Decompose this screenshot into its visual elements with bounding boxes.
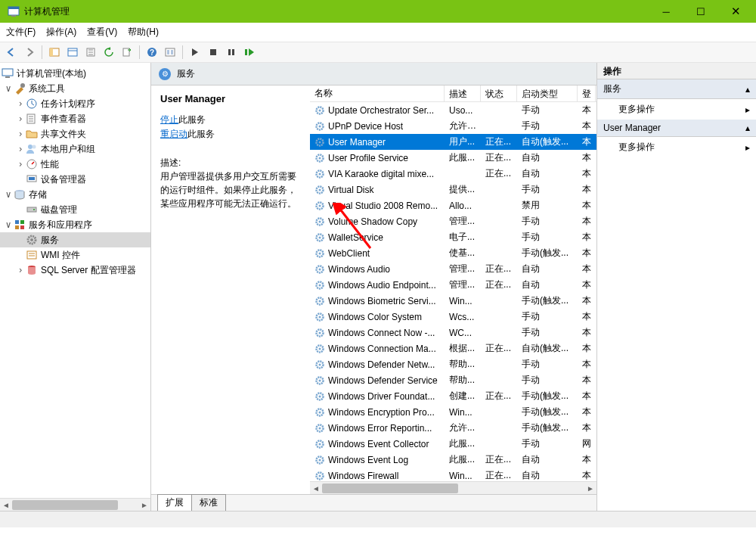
properties-button[interactable] (64, 44, 81, 61)
nav-devicemgr[interactable]: 设备管理器 (0, 172, 150, 187)
service-name: Windows Driver Foundat... (328, 391, 435, 402)
menu-view[interactable]: 查看(V) (87, 26, 117, 39)
actions-pane: 操作 服务▴ 更多操作▸ User Manager▴ 更多操作▸ (597, 63, 756, 511)
service-row[interactable]: Update Orchestrator Ser...Uso...手动本 (310, 102, 596, 118)
nav-diskmgmt[interactable]: 磁盘管理 (0, 202, 150, 217)
service-status: 正在... (481, 134, 517, 150)
restart-button[interactable] (241, 44, 258, 61)
nav-scrollbar[interactable]: ◄► (0, 498, 150, 511)
services-grid[interactable]: 名称 描述 状态 启动类型 登 Update Orchestrator Ser.… (310, 86, 596, 481)
nav-sqlcfg[interactable]: ›SQL Server 配置管理器 (0, 263, 150, 278)
svg-rect-37 (27, 251, 36, 259)
maximize-button[interactable]: ☐ (683, 0, 718, 23)
service-row[interactable]: Windows Audio管理...正在...自动本 (310, 261, 596, 277)
service-row[interactable]: WebClient使基...手动(触发...本 (310, 245, 596, 261)
back-button[interactable] (3, 44, 20, 61)
service-startup: 手动 (517, 325, 578, 340)
service-startup: 自动 (517, 261, 578, 277)
col-desc[interactable]: 描述 (445, 86, 481, 101)
service-row[interactable]: Visual Studio 2008 Remo...Allo...禁用本 (310, 197, 596, 213)
selected-service-name: User Manager (160, 93, 301, 104)
service-desc: 电子... (445, 229, 481, 245)
nav-taskscheduler[interactable]: ›任务计划程序 (0, 96, 150, 111)
service-row[interactable]: Virtual Disk提供...手动本 (310, 182, 596, 197)
desc-text: 用户管理器提供多用户交互所需要的运行时组件。如果停止此服务，某些应用程序可能无法… (160, 169, 301, 210)
collapse-icon: ▴ (745, 84, 750, 95)
tool-button[interactable] (162, 44, 178, 61)
menu-file[interactable]: 文件(F) (6, 26, 36, 39)
service-row[interactable]: VIA Karaoke digital mixe...正在...自动本 (310, 166, 596, 182)
log-icon (26, 113, 38, 125)
refresh-button[interactable] (101, 44, 117, 61)
nav-wmi[interactable]: WMI 控件 (0, 247, 150, 263)
service-desc: 使基... (445, 245, 481, 261)
export-button[interactable] (82, 44, 99, 61)
service-row[interactable]: Windows Color SystemWcs...手动本 (310, 309, 596, 325)
start-button[interactable] (187, 44, 203, 61)
service-row[interactable]: Windows Biometric Servi...Win...手动(触发...… (310, 293, 596, 309)
svg-point-76 (319, 395, 321, 397)
show-hide-button[interactable] (46, 44, 63, 61)
forward-button[interactable] (21, 44, 38, 61)
nav-root[interactable]: 计算机管理(本地) (0, 66, 150, 81)
grid-scrollbar[interactable]: ◄► (310, 481, 596, 494)
service-row[interactable]: Windows Driver Foundat...创建...正在...手动(触发… (310, 388, 596, 404)
minimize-button[interactable]: ─ (649, 0, 683, 23)
service-gear-icon (314, 201, 325, 211)
service-row[interactable]: Windows Error Reportin...允许...手动(触发...本 (310, 420, 596, 436)
service-row[interactable]: Windows Encryption Pro...Win...手动(触发...本 (310, 404, 596, 420)
export-list-button[interactable] (119, 44, 135, 61)
actions-header: 操作 (597, 63, 756, 79)
service-row[interactable]: Windows Event Log此服...正在...自动本 (310, 452, 596, 468)
col-name[interactable]: 名称 (310, 86, 445, 101)
restart-service-link[interactable]: 重启动 (160, 129, 187, 139)
nav-sharedfolders[interactable]: ›共享文件夹 (0, 126, 150, 141)
stop-service-link[interactable]: 停止 (160, 114, 178, 125)
service-logon: 本 (578, 356, 596, 372)
actions-more-2[interactable]: 更多操作▸ (597, 137, 756, 157)
grid-header[interactable]: 名称 描述 状态 启动类型 登 (310, 86, 596, 102)
service-row[interactable]: Windows Connection Ma...根据...正在...自动(触发.… (310, 340, 596, 356)
col-logon[interactable]: 登 (578, 86, 596, 101)
col-status[interactable]: 状态 (481, 86, 517, 101)
help-button[interactable]: ? (144, 44, 160, 61)
nav-systools[interactable]: ∨系统工具 (0, 81, 150, 96)
service-row[interactable]: Windows Audio Endpoint...管理...正在...自动本 (310, 277, 596, 293)
service-row[interactable]: Windows Defender Service帮助...手动本 (310, 372, 596, 388)
service-row[interactable]: Volume Shadow Copy管理...手动本 (310, 213, 596, 229)
close-button[interactable]: ✕ (718, 0, 753, 23)
service-row[interactable]: Windows Connect Now -...WC...手动本 (310, 325, 596, 340)
menu-action[interactable]: 操作(A) (46, 26, 76, 39)
actions-section-selected[interactable]: User Manager▴ (597, 120, 756, 137)
nav-eventviewer[interactable]: ›事件查看器 (0, 111, 150, 126)
nav-servicesapps[interactable]: ∨服务和应用程序 (0, 217, 150, 232)
stop-button[interactable] (205, 44, 222, 61)
actions-more-1[interactable]: 更多操作▸ (597, 99, 756, 120)
service-row[interactable]: User Manager用户...正在...自动(触发...本 (310, 134, 596, 150)
nav-performance[interactable]: ›性能 (0, 157, 150, 172)
pause-button[interactable] (223, 44, 240, 61)
nav-storage[interactable]: ∨存储 (0, 187, 150, 202)
tab-standard[interactable]: 标准 (191, 494, 226, 511)
actions-section-services[interactable]: 服务▴ (597, 79, 756, 99)
navigation-tree[interactable]: 计算机管理(本地) ∨系统工具 ›任务计划程序 ›事件查看器 ›共享文件夹 ›本… (0, 63, 151, 511)
service-row[interactable]: UPnP Device Host允许 ...手动本 (310, 118, 596, 134)
svg-point-78 (319, 411, 321, 413)
svg-point-56 (319, 236, 321, 238)
service-row[interactable]: Windows Defender Netw...帮助...手动本 (310, 356, 596, 372)
service-row[interactable]: Windows FirewallWin...正在...自动本 (310, 468, 596, 481)
col-startup[interactable]: 启动类型 (517, 86, 578, 101)
service-row[interactable]: User Profile Service此服...正在...自动本 (310, 150, 596, 166)
service-desc (445, 173, 481, 176)
menu-help[interactable]: 帮助(H) (128, 26, 159, 39)
service-desc: 此服... (445, 436, 481, 452)
service-row[interactable]: WalletService电子...手动本 (310, 229, 596, 245)
service-name: Windows Audio (328, 264, 390, 275)
tab-extended[interactable]: 扩展 (157, 494, 192, 511)
service-row[interactable]: Windows Event Collector此服...手动网 (310, 436, 596, 452)
nav-localusers[interactable]: ›本地用户和组 (0, 141, 150, 157)
service-startup: 手动 (517, 372, 578, 388)
service-status (481, 331, 517, 334)
svg-rect-16 (232, 49, 234, 55)
nav-services[interactable]: 服务 (0, 232, 150, 247)
